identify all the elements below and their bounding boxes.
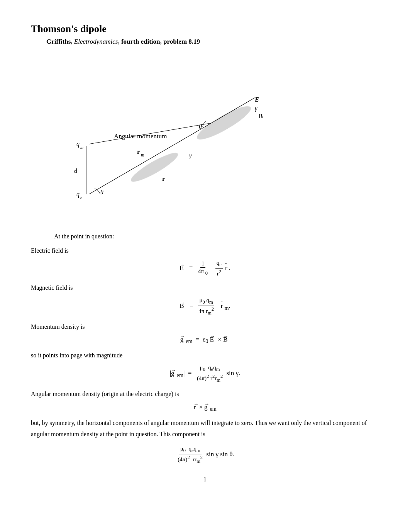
svg-text:γ: γ — [189, 152, 192, 159]
page-number: 1 — [31, 476, 379, 483]
svg-line-2 — [89, 98, 255, 194]
svg-text:Angular momentum: Angular momentum — [114, 133, 167, 140]
magnetic-field-equation: →B = μ0 qm4π rm2 ˆrm. — [31, 297, 379, 316]
svg-point-1 — [128, 149, 181, 186]
momentum-density-equation: →gem = ε0 →E × →B — [31, 336, 379, 345]
svg-text:m: m — [141, 152, 144, 158]
svg-text:d: d — [74, 168, 78, 174]
electric-field-equation: →E = 14π 0 qer2 ˆr. — [31, 260, 379, 277]
svg-text:E: E — [254, 96, 259, 103]
so-text: so it points into page with magnitude — [31, 350, 379, 360]
svg-text:m: m — [80, 145, 83, 150]
angular-momentum-label: Angular momentum density (origin at the … — [31, 389, 379, 399]
page-title: Thomson's dipole — [31, 23, 379, 35]
svg-text:θ: θ — [199, 123, 202, 130]
but-text: but, by symmetry, the horizontal compone… — [31, 418, 379, 440]
svg-text:e: e — [80, 195, 82, 200]
svg-text:q: q — [76, 141, 80, 148]
angular-momentum-equation: →r × →gem — [31, 403, 379, 412]
svg-text:B: B — [259, 113, 263, 119]
magnetic-field-label: Magnetic field is — [31, 282, 379, 293]
svg-text:θ: θ — [100, 189, 103, 195]
electric-field-label: Electric field is — [31, 245, 379, 256]
magnitude-equation: |→gem| = μ0 qeqm (4π)2 r2rm2 sin γ. — [31, 364, 379, 383]
momentum-density-label: Momentum density is — [31, 321, 379, 332]
vertical-component-equation: μ0 qeqm (4π)2 rrm2 sin γ sin θ. — [31, 445, 379, 464]
svg-text:γ: γ — [255, 105, 258, 112]
svg-text:r: r — [162, 175, 165, 182]
subtitle: Griffiths, Electrodynamics, fourth editi… — [46, 38, 379, 46]
svg-text:q: q — [76, 191, 80, 198]
svg-text:r: r — [137, 148, 140, 155]
point-text: At the point in question: — [54, 231, 379, 241]
svg-point-0 — [194, 101, 254, 144]
diagram-area: Angular momentum θ E γ B r m γ q m d θ r… — [31, 57, 379, 219]
